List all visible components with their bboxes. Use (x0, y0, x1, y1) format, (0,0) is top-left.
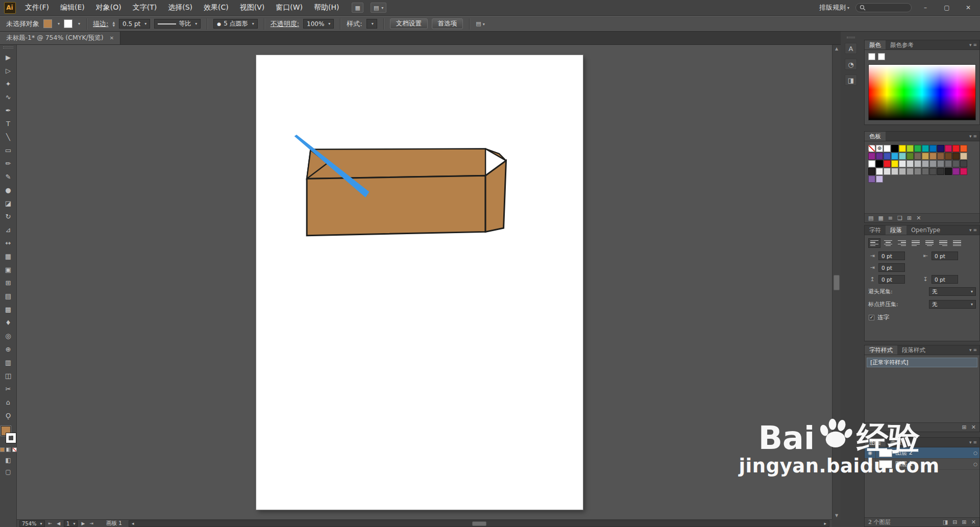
swatch[interactable] (868, 145, 875, 152)
panel-menu-icon[interactable]: ▾ ≡ (969, 225, 979, 235)
dock-grip[interactable] (847, 37, 855, 38)
swatch[interactable] (914, 153, 921, 160)
width-tool[interactable]: ↔ (2, 236, 15, 249)
layer-target-icon[interactable]: ○ (971, 450, 979, 456)
document-tab[interactable]: 未标题-1* @ 754% (CMYK/预览) ✕ (0, 32, 120, 44)
symbol-sprayer-tool[interactable]: ⊕ (2, 342, 15, 356)
panel-menu-icon[interactable]: ▾ ≡ (969, 132, 979, 141)
tab-paragraph-styles[interactable]: 段落样式 (897, 345, 930, 355)
tab-artboards[interactable]: 画板 (886, 438, 906, 447)
create-sublayer-icon[interactable]: ⊟ (952, 519, 957, 525)
swatch[interactable] (960, 160, 967, 167)
swatch[interactable] (960, 145, 967, 152)
gradient-tool[interactable]: ▩ (2, 303, 15, 316)
box-right-flap[interactable] (485, 149, 506, 161)
scroll-left-icon[interactable]: ◂ (131, 521, 135, 526)
column-graph-tool[interactable]: ▥ (2, 356, 15, 369)
line-segment-tool[interactable]: ╲ (2, 130, 15, 143)
box-right-face[interactable] (485, 161, 506, 232)
tab-color[interactable]: 颜色 (865, 40, 886, 49)
arrange-documents-button[interactable]: ▦ (352, 3, 363, 13)
swatch[interactable] (929, 145, 937, 152)
panel-menu-icon[interactable]: ▾ ≡ (969, 438, 979, 447)
swatch[interactable] (945, 160, 952, 167)
swatch[interactable] (868, 160, 875, 167)
first-artboard-button[interactable]: ⇤ (47, 521, 54, 526)
rectangle-tool[interactable]: ▭ (2, 143, 15, 157)
swatch-kinds-icon[interactable]: ▦ (878, 215, 883, 221)
canvas[interactable] (17, 45, 832, 519)
menubar-menu-3[interactable]: 文字(T) (127, 0, 162, 15)
layer-visibility-icon[interactable]: ◉ (865, 459, 876, 469)
zoom-tool[interactable]: Ǫ (2, 409, 15, 422)
new-layer-icon[interactable]: ⊞ (962, 519, 967, 525)
swatch-libraries-icon[interactable]: ▤ (868, 215, 873, 221)
swatch[interactable] (914, 145, 921, 152)
swatch[interactable] (876, 168, 883, 175)
width-profile-dropdown[interactable]: 等比▾ (154, 19, 201, 29)
app-logo[interactable]: Ai (0, 0, 19, 15)
preferences-button[interactable]: 首选项 (432, 18, 463, 29)
free-transform-tool[interactable]: ▦ (2, 249, 15, 263)
vertical-scroll-thumb[interactable] (834, 275, 840, 290)
blend-tool[interactable]: ◎ (2, 329, 15, 342)
tab-swatches[interactable]: 色板 (865, 132, 886, 141)
swatch[interactable] (922, 160, 929, 167)
new-style-icon[interactable]: ⊞ (962, 424, 967, 431)
next-artboard-button[interactable]: ▶ (80, 521, 86, 526)
swatch[interactable] (937, 160, 944, 167)
type-tool[interactable]: T (2, 117, 15, 130)
box-front-face[interactable] (307, 175, 485, 235)
slice-tool[interactable]: ✂ (2, 382, 15, 395)
pencil-tool[interactable]: ✎ (2, 170, 15, 183)
swatch[interactable] (906, 168, 914, 175)
swatch[interactable] (937, 145, 944, 152)
mesh-tool[interactable]: ▤ (2, 289, 15, 303)
new-color-group-icon[interactable]: ❏ (897, 215, 902, 221)
swatch[interactable] (960, 153, 967, 160)
lasso-tool[interactable]: ∿ (2, 90, 15, 104)
selection-tool[interactable]: ▶ (2, 51, 15, 64)
swatch[interactable] (914, 168, 921, 175)
drawing-mode-icon[interactable]: ◧ (5, 457, 11, 464)
swatch[interactable] (899, 168, 906, 175)
justify-last-center-button[interactable] (923, 238, 936, 248)
brush-definition-dropdown[interactable]: ● 5 点圆形▾ (213, 19, 257, 29)
swatch[interactable] (922, 153, 929, 160)
tab-character[interactable]: 字符 (865, 225, 886, 235)
direct-selection-tool[interactable]: ▷ (2, 64, 15, 77)
none-button[interactable] (12, 447, 17, 452)
style-dropdown[interactable]: ▾ (366, 19, 377, 29)
space-before-field[interactable]: 0 pt (878, 275, 905, 284)
swatch[interactable] (868, 168, 875, 175)
layer-target-icon[interactable]: ○ (971, 462, 979, 467)
document-setup-button[interactable]: 文档设置 (390, 18, 428, 29)
swatch[interactable] (868, 153, 875, 160)
color-spectrum[interactable] (868, 64, 976, 120)
blob-brush-tool[interactable]: ● (2, 183, 15, 196)
stroke-panel-link[interactable]: 描边: (93, 19, 108, 29)
swatch[interactable] (884, 145, 891, 152)
make-clipping-mask-icon[interactable]: ◨ (943, 519, 948, 525)
artboard[interactable] (256, 55, 583, 510)
swatch[interactable] (876, 153, 883, 160)
kinsoku-dropdown[interactable]: 无▾ (929, 287, 976, 296)
swatch[interactable] (914, 160, 921, 167)
swatch[interactable] (952, 145, 960, 152)
align-center-button[interactable] (882, 238, 894, 248)
color-button[interactable] (0, 447, 5, 452)
swatch[interactable] (937, 168, 944, 175)
layer-row[interactable]: ◉图层 1○ (865, 459, 979, 470)
justify-all-button[interactable] (951, 238, 963, 248)
swatch[interactable]: ⊕ (876, 145, 883, 152)
stroke-weight-stepper[interactable]: ▲▼ (112, 21, 115, 27)
tab-color-guide[interactable]: 颜色参考 (886, 40, 918, 49)
swatch[interactable] (884, 160, 891, 167)
maximize-button[interactable]: ▢ (939, 3, 954, 13)
gradient-button[interactable] (6, 447, 11, 452)
swatch[interactable] (906, 153, 914, 160)
swatch[interactable] (891, 153, 898, 160)
close-button[interactable]: ✕ (961, 3, 976, 13)
eyedropper-tool[interactable]: ♦ (2, 316, 15, 329)
minimize-button[interactable]: – (918, 3, 933, 13)
